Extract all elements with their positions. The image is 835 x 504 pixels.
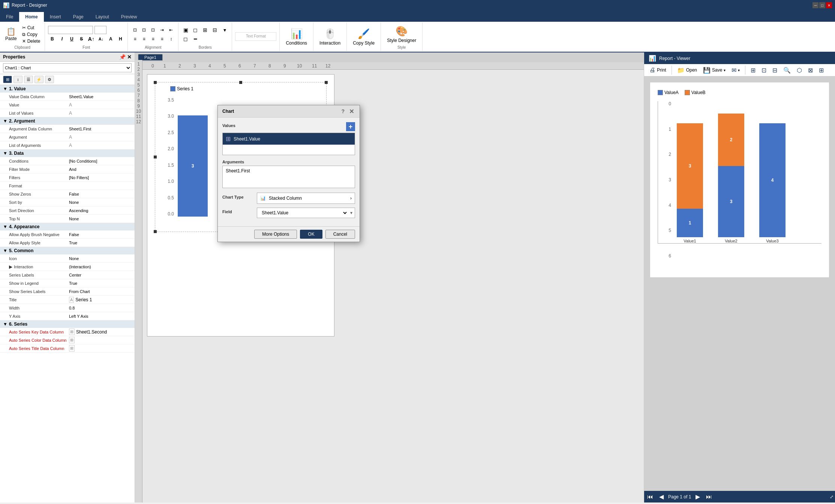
prop-sort-by[interactable]: Sort by None [0,198,135,206]
prop-auto-series-title[interactable]: Auto Series Title Data Column ⊞ [0,344,135,353]
tab-layout[interactable]: Layout [90,12,115,22]
border-style-dropdown[interactable]: ▾ [220,26,229,34]
prop-value-data-column[interactable]: Value Data Column Sheet1.Value [0,93,135,101]
viewer-btn-8[interactable]: ⬡ [795,66,804,75]
underline-button[interactable]: U [67,35,76,43]
prop-icon[interactable]: Icon None [0,254,135,263]
handle-tr[interactable] [325,81,328,84]
last-page-button[interactable]: ⏭ [705,493,714,501]
tab-page[interactable]: Page [67,12,90,22]
prop-filter-mode[interactable]: Filter Mode And [0,165,135,173]
first-page-button[interactable]: ⏮ [646,493,655,501]
save-button[interactable]: 💾 Save ▾ [701,66,728,75]
prop-list-of-arguments[interactable]: List of Arguments A [0,141,135,150]
viewer-btn-7[interactable]: ⊟ [770,66,780,75]
search-button[interactable]: 🔍 [781,66,793,75]
font-size-input[interactable] [94,26,106,34]
prop-list-of-values[interactable]: List of Values A [0,109,135,117]
strikethrough-button[interactable]: S [77,35,85,43]
modal-help-button[interactable]: ? [341,108,345,114]
section-common[interactable]: ▼ 5. Common [0,247,135,254]
cut-button[interactable]: ✂ Cut [21,25,42,31]
arguments-list-item-1[interactable]: Sheet1.First [223,166,355,176]
prop-argument-data-column[interactable]: Argument Data Column Sheet1.First [0,125,135,133]
interaction-button[interactable]: 🖱️ Interaction [316,27,343,47]
align-right-button[interactable]: ≡ [149,35,157,43]
prev-page-button[interactable]: ◀ [658,492,665,501]
viewer-expand-button[interactable]: ⤢ [830,494,834,500]
viewer-btn-5[interactable]: ⊞ [748,66,758,75]
align-left-top-button[interactable]: ⊡ [131,26,139,34]
prop-argument[interactable]: Argument A [0,133,135,141]
border-none-button[interactable]: ⊟ [211,26,219,34]
open-button[interactable]: 📁 Open [675,66,699,75]
maximize-button[interactable]: □ [819,2,825,8]
border-width-button[interactable]: ━ [191,35,199,43]
border-inner-button[interactable]: ⊞ [201,26,209,34]
tab-lightning-icon[interactable]: ⚡ [34,76,43,83]
prop-width[interactable]: Width 0.8 [0,304,135,312]
email-button[interactable]: ✉ ▾ [729,66,742,75]
indent-increase-button[interactable]: ⇥ [158,26,166,34]
italic-button[interactable]: I [58,35,66,43]
font-grow-button[interactable]: A↑ [87,35,95,43]
prop-title[interactable]: Title A Series 1 [0,296,135,304]
close-button[interactable]: ✕ [826,2,832,8]
tab-table-icon[interactable]: ☰ [24,76,33,83]
prop-series-labels[interactable]: Series Labels Center [0,271,135,279]
font-shrink-button[interactable]: A↓ [97,35,105,43]
border-all-button[interactable]: ▣ [181,26,190,34]
panel-close-button[interactable]: ✕ [127,54,132,60]
prop-y-axis[interactable]: Y Axis Left Y Axis [0,312,135,320]
align-right-top-button[interactable]: ⊡ [149,26,157,34]
ok-button[interactable]: OK [300,230,322,239]
cancel-button[interactable]: Cancel [325,230,355,239]
field-select[interactable]: Sheet1.Value [257,209,348,217]
prop-show-series-labels[interactable]: Show Series Labels From Chart [0,287,135,296]
prop-value[interactable]: Value A [0,101,135,109]
font-reset-button[interactable]: A [106,35,115,43]
add-value-button[interactable]: + [346,122,355,131]
tab-settings-icon[interactable]: ⚙ [45,76,54,83]
chart-type-button[interactable]: 📊 Stacked Column › [257,193,355,204]
viewer-btn-10[interactable]: ⊞ [817,66,826,75]
paste-button[interactable]: 📋 Paste [3,27,19,42]
tab-grid-icon[interactable]: ⊞ [3,76,12,83]
tab-preview[interactable]: Preview [115,12,143,22]
handle-lc[interactable] [154,156,157,159]
section-appearance[interactable]: ▼ 4. Appearance [0,223,135,230]
conditions-button[interactable]: 📊 Conditions [283,27,310,47]
font-name-input[interactable] [48,26,93,34]
canvas-scroll[interactable]: Series 1 3.5 3.0 2.5 2.0 1.5 1.0 0.5 [135,70,644,503]
values-list-item-1[interactable]: ⊞ Sheet1.Value [223,133,355,145]
more-options-button[interactable]: More Options [254,230,297,239]
prop-auto-series-color[interactable]: Auto Series Color Data Column ⊞ [0,336,135,344]
handle-tc[interactable] [239,81,242,84]
align-center-top-button[interactable]: ⊡ [140,26,148,34]
tab-file[interactable]: File [0,12,19,22]
prop-sort-direction[interactable]: Sort Direction Ascending [0,206,135,215]
align-left-button[interactable]: ≡ [131,35,139,43]
section-series[interactable]: ▼ 6. Series [0,320,135,328]
copy-button[interactable]: ⧉ Copy [21,31,42,37]
section-argument[interactable]: ▼ 2. Argument [0,117,135,125]
next-page-button[interactable]: ▶ [694,492,702,501]
prop-allow-apply-style[interactable]: Allow Apply Style True [0,239,135,247]
style-designer-button[interactable]: 🎨 Style Designer [384,24,419,45]
minimize-button[interactable]: ─ [813,2,819,8]
prop-format[interactable]: Format [0,182,135,190]
tab-sort-icon[interactable]: ↕ [13,76,22,83]
section-value[interactable]: ▼ 1. Value [0,85,135,93]
prop-show-zeros[interactable]: Show Zeros False [0,190,135,198]
section-data[interactable]: ▼ 3. Data [0,150,135,157]
handle-tl[interactable] [154,81,157,84]
tab-insert[interactable]: Insert [44,12,67,22]
prop-top-n[interactable]: Top N None [0,215,135,223]
print-button[interactable]: 🖨 Print [647,66,669,74]
align-justify-button[interactable]: ≡ [158,35,166,43]
copy-style-button[interactable]: 🖌️ Copy Style [350,27,378,47]
viewer-btn-6[interactable]: ⊡ [759,66,769,75]
prop-filters[interactable]: Filters [No Filters] [0,173,135,182]
line-spacing-button[interactable]: ↕ [167,35,175,43]
handle-bl[interactable] [154,230,157,233]
